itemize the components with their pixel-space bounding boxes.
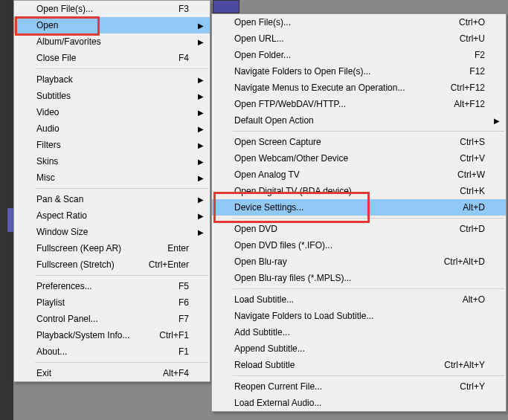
main-item-close-file[interactable]: Close FileF4: [14, 50, 210, 66]
menu-item-label: Video: [36, 107, 189, 117]
submenu-arrow-icon: ▶: [198, 38, 204, 46]
open-separator: [233, 218, 504, 219]
open-item-open-file-s[interactable]: Open File(s)...Ctrl+O: [212, 14, 506, 30]
context-menu-main[interactable]: Open File(s)...F3Open▶Album/Favorites▶Cl…: [13, 0, 210, 382]
main-item-pan-scan[interactable]: Pan & Scan▶: [14, 191, 210, 207]
main-item-open[interactable]: Open▶: [14, 17, 210, 33]
open-item-open-screen-capture[interactable]: Open Screen CaptureCtrl+S: [212, 134, 506, 150]
submenu-arrow-icon: ▶: [198, 196, 204, 204]
open-item-navigate-folders-to-open-file-s[interactable]: Navigate Folders to Open File(s)...F12: [212, 63, 506, 80]
menu-item-label: Load Subtitle...: [234, 294, 448, 305]
menu-item-label: Exit: [36, 368, 148, 378]
open-item-navigate-menus-to-execute-an-operation[interactable]: Navigate Menus to Execute an Operation..…: [212, 80, 506, 96]
menu-item-label: Open File(s)...: [36, 4, 164, 14]
open-item-open-digital-tv-bda-device[interactable]: Open Digital TV (BDA device)Ctrl+K: [212, 183, 506, 199]
menu-item-label: Close File: [36, 53, 164, 63]
open-item-load-external-audio[interactable]: Load External Audio...: [212, 395, 506, 411]
main-item-open-file-s[interactable]: Open File(s)...F3: [14, 1, 210, 17]
menu-item-label: Load External Audio...: [234, 398, 485, 408]
open-item-reload-subtitle[interactable]: Reload SubtitleCtrl+Alt+Y: [212, 357, 506, 373]
menu-item-label: Open DVD: [234, 224, 445, 234]
menu-item-shortcut: Ctrl+U: [460, 33, 485, 44]
menu-item-label: Fullscreen (Keep AR): [36, 243, 152, 253]
menu-item-shortcut: F4: [179, 53, 189, 63]
menu-item-shortcut: Ctrl+Alt+Y: [444, 360, 485, 370]
open-separator: [233, 288, 504, 289]
menu-item-shortcut: Enter: [167, 243, 189, 253]
open-item-default-open-action[interactable]: Default Open Action▶: [212, 112, 506, 129]
open-item-append-subtitle[interactable]: Append Subtitle...: [212, 340, 506, 357]
menu-item-shortcut: F6: [179, 297, 189, 308]
main-item-misc[interactable]: Misc▶: [14, 169, 210, 186]
main-item-preferences[interactable]: Preferences...F5: [14, 278, 210, 294]
menu-item-label: Open File(s)...: [234, 17, 444, 28]
menu-item-shortcut: Ctrl+F1: [159, 330, 189, 340]
open-item-open-webcam-other-device[interactable]: Open Webcam/Other DeviceCtrl+V: [212, 150, 506, 167]
menu-item-label: Control Panel...: [36, 314, 164, 324]
menu-item-label: Open Webcam/Other Device: [234, 153, 445, 164]
main-item-window-size[interactable]: Window Size▶: [14, 224, 210, 240]
submenu-arrow-icon: ▶: [198, 212, 204, 220]
menu-item-shortcut: F5: [179, 281, 189, 291]
app-left-edge: [0, 0, 13, 420]
menu-item-label: Default Open Action: [234, 115, 485, 126]
main-item-exit[interactable]: ExitAlt+F4: [14, 365, 210, 381]
context-menu-open[interactable]: Open File(s)...Ctrl+OOpen URL...Ctrl+UOp…: [211, 13, 507, 412]
menu-item-label: Playlist: [36, 297, 164, 308]
main-item-playback[interactable]: Playback▶: [14, 71, 210, 88]
open-item-open-ftp-webdav-http[interactable]: Open FTP/WebDAV/HTTP...Alt+F12: [212, 96, 506, 112]
menu-item-label: Audio: [36, 123, 189, 134]
menu-item-label: Pan & Scan: [36, 194, 189, 204]
menu-item-label: Album/Favorites: [36, 36, 189, 47]
menu-item-label: Aspect Ratio: [36, 210, 189, 221]
main-item-subtitles[interactable]: Subtitles▶: [14, 88, 210, 104]
menu-item-shortcut: Ctrl+W: [457, 169, 485, 180]
main-item-filters[interactable]: Filters▶: [14, 137, 210, 153]
open-item-open-url[interactable]: Open URL...Ctrl+U: [212, 30, 506, 47]
open-item-open-blu-ray-files-mpls[interactable]: Open Blu-ray files (*.MPLS)...: [212, 270, 506, 286]
open-item-device-settings[interactable]: Device Settings...Alt+D: [212, 199, 506, 216]
main-item-playlist[interactable]: PlaylistF6: [14, 294, 210, 311]
menu-item-shortcut: F7: [179, 314, 189, 324]
menu-item-shortcut: Alt+F4: [163, 368, 189, 378]
main-item-video[interactable]: Video▶: [14, 104, 210, 120]
main-item-playback-system-info[interactable]: Playback/System Info...Ctrl+F1: [14, 327, 210, 343]
main-item-aspect-ratio[interactable]: Aspect Ratio▶: [14, 207, 210, 224]
open-item-navigate-folders-to-load-subtitle[interactable]: Navigate Folders to Load Subtitle...: [212, 308, 506, 324]
open-item-open-dvd[interactable]: Open DVDCtrl+D: [212, 221, 506, 237]
submenu-arrow-icon: ▶: [198, 141, 204, 149]
main-item-about[interactable]: About...F1: [14, 343, 210, 360]
main-separator: [35, 275, 208, 276]
menu-item-label: Add Subtitle...: [234, 327, 485, 337]
open-item-open-blu-ray[interactable]: Open Blu-rayCtrl+Alt+D: [212, 253, 506, 270]
menu-item-label: Open URL...: [234, 33, 445, 44]
menu-item-shortcut: Alt+F12: [454, 99, 485, 109]
main-item-skins[interactable]: Skins▶: [14, 153, 210, 169]
main-item-fullscreen-stretch[interactable]: Fullscreen (Stretch)Ctrl+Enter: [14, 256, 210, 273]
main-item-control-panel[interactable]: Control Panel...F7: [14, 311, 210, 327]
menu-item-label: Open Blu-ray files (*.MPLS)...: [234, 273, 485, 283]
main-item-album-favorites[interactable]: Album/Favorites▶: [14, 33, 210, 50]
open-item-load-subtitle[interactable]: Load Subtitle...Alt+O: [212, 291, 506, 308]
open-separator: [233, 375, 504, 376]
open-separator: [233, 131, 504, 132]
menu-item-shortcut: Ctrl+D: [460, 224, 485, 234]
menu-item-label: Playback/System Info...: [36, 330, 144, 340]
main-item-audio[interactable]: Audio▶: [14, 120, 210, 137]
open-item-add-subtitle[interactable]: Add Subtitle...: [212, 324, 506, 340]
open-item-open-dvd-files-ifo[interactable]: Open DVD files (*.IFO)...: [212, 237, 506, 253]
menu-item-label: Misc: [36, 172, 189, 183]
menu-item-shortcut: Ctrl+F12: [451, 83, 485, 93]
menu-item-label: Open Folder...: [234, 50, 460, 60]
menu-item-label: Navigate Folders to Load Subtitle...: [234, 311, 485, 321]
submenu-arrow-icon: ▶: [198, 125, 204, 133]
open-item-reopen-current-file[interactable]: Reopen Current File...Ctrl+Y: [212, 378, 506, 395]
submenu-arrow-icon: ▶: [198, 228, 204, 236]
menu-item-label: Filters: [36, 140, 189, 150]
main-item-fullscreen-keep-ar[interactable]: Fullscreen (Keep AR)Enter: [14, 240, 210, 256]
menu-item-label: Navigate Menus to Execute an Operation..…: [234, 83, 436, 93]
open-item-open-folder[interactable]: Open Folder...F2: [212, 47, 506, 63]
menu-item-shortcut: F12: [469, 66, 485, 77]
open-item-open-analog-tv[interactable]: Open Analog TVCtrl+W: [212, 167, 506, 183]
menu-item-label: Open FTP/WebDAV/HTTP...: [234, 99, 439, 109]
